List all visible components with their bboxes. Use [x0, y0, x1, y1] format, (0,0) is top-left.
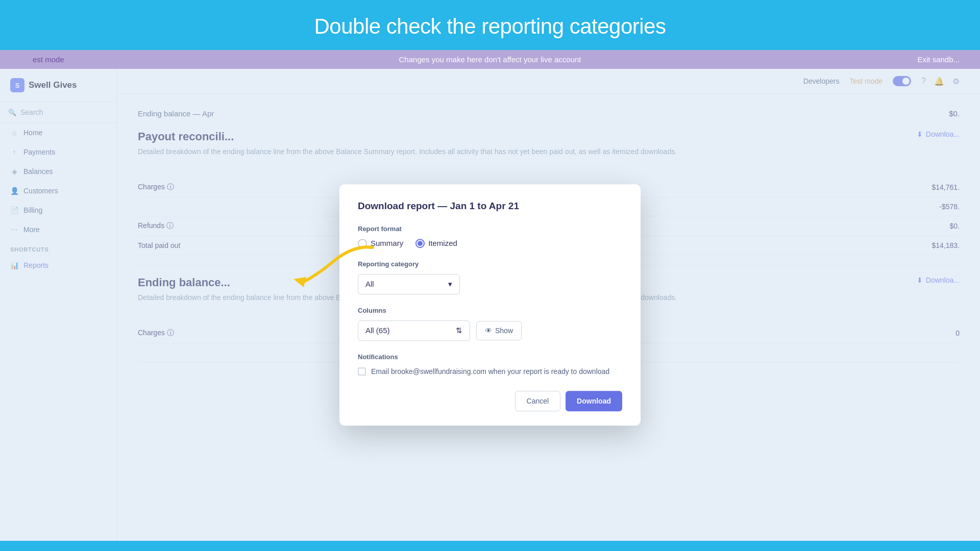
radio-summary[interactable]: Summary	[358, 239, 403, 248]
notifications-checkbox-row[interactable]: Email brooke@swellfundraising.com when y…	[358, 367, 622, 377]
report-format-group: Summary Itemized	[358, 239, 622, 248]
download-report-modal: Download report — Jan 1 to Apr 21 Report…	[339, 184, 641, 426]
radio-circle-itemized	[415, 239, 425, 248]
radio-label-summary: Summary	[371, 239, 403, 247]
show-columns-button[interactable]: 👁 Show	[476, 321, 522, 340]
email-notification-checkbox[interactable]	[358, 367, 366, 375]
show-label: Show	[495, 327, 513, 335]
reporting-category-value: All	[365, 280, 374, 288]
download-button[interactable]: Download	[566, 391, 622, 411]
columns-row: All (65) ⇅ 👁 Show	[358, 320, 622, 341]
radio-circle-summary	[358, 239, 367, 248]
sandbox-center-text: Changes you make here don't affect your …	[399, 55, 581, 64]
report-format-label: Report format	[358, 225, 622, 233]
app-area: S Swell Gives 🔍 Search ⌂ Home ↑ Payments…	[0, 69, 980, 541]
notifications-label: Notifications	[358, 353, 622, 361]
columns-value: All (65)	[365, 326, 390, 335]
chevron-down-icon: ▾	[448, 280, 452, 289]
modal-title: Download report — Jan 1 to Apr 21	[358, 201, 622, 212]
columns-chevron-icon: ⇅	[456, 326, 462, 335]
columns-label: Columns	[358, 307, 622, 314]
radio-label-itemized: Itemized	[428, 239, 457, 247]
sandbox-banner: est mode Changes you make here don't aff…	[0, 50, 980, 69]
exit-sandbox-button[interactable]: Exit sandb...	[917, 55, 960, 64]
cancel-button[interactable]: Cancel	[515, 391, 561, 411]
reporting-category-select[interactable]: All ▾	[358, 274, 460, 294]
annotation-title: Double check the reporting categories	[0, 0, 980, 50]
reporting-category-label: Reporting category	[358, 260, 622, 268]
modal-footer: Cancel Download	[358, 391, 622, 411]
email-notification-label: Email brooke@swellfundraising.com when y…	[371, 367, 609, 377]
columns-select[interactable]: All (65) ⇅	[358, 320, 470, 341]
eye-icon: 👁	[485, 327, 492, 335]
radio-itemized[interactable]: Itemized	[415, 239, 457, 248]
sandbox-mode-left: est mode	[33, 55, 64, 64]
